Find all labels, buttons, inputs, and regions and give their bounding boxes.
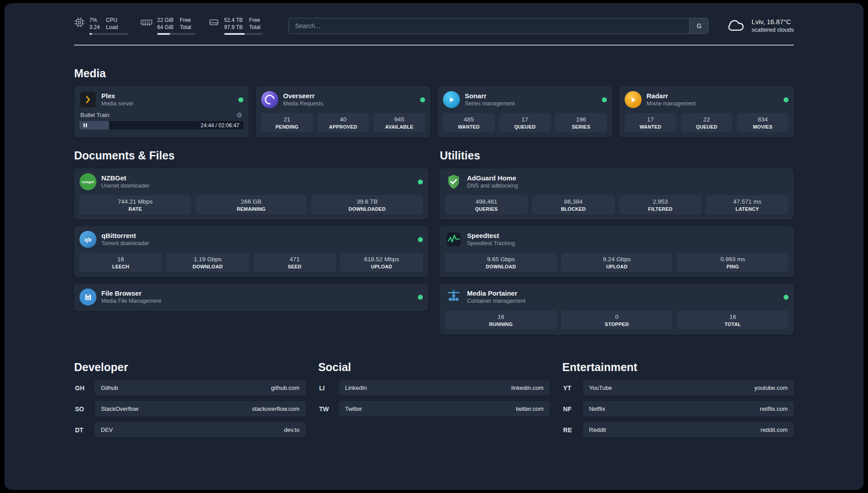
cloud-icon	[726, 17, 746, 34]
utilities-column: Utilities AdGuard Home DNS and adblockin…	[440, 149, 794, 341]
speedtest-card[interactable]: Speedtest Speedtest Tracking 9.65 Gbps D…	[440, 226, 794, 277]
bookmark-row: NF Netflix netflix.com	[562, 401, 794, 417]
radarr-icon	[625, 91, 642, 108]
playback-progress-bar[interactable]: 24:44 / 02:06:47	[79, 121, 243, 130]
app-desc: Media File Management	[101, 298, 161, 305]
bookmark-abbr: TW	[318, 405, 339, 413]
stat-value: 834	[739, 116, 787, 123]
stat-tile: 17 QUEUED	[499, 113, 551, 132]
app-desc: Container management	[467, 298, 526, 305]
bookmark-abbr: RE	[562, 426, 583, 434]
disk-progress-fill	[224, 33, 245, 35]
filebrowser-card[interactable]: File Browser Media File Management	[74, 284, 428, 311]
disk-total-label: Total	[249, 24, 260, 31]
adguard-card[interactable]: AdGuard Home DNS and adblocking 498,461 …	[440, 168, 794, 220]
search-input[interactable]	[289, 18, 689, 33]
stat-value: 9.65 Gbps	[447, 256, 555, 263]
stat-label: REMAINING	[197, 206, 305, 212]
app-name: Speedtest	[467, 232, 515, 240]
bookmark-name: Reddit	[589, 426, 606, 433]
social-section-title: Social	[318, 361, 550, 374]
overseerr-card[interactable]: Overseerr Media Requests 21 PENDING 40 A…	[256, 86, 430, 138]
stat-tile: 21 PENDING	[261, 113, 313, 132]
cpu-stats: 7% 3.24 CPU Load	[89, 17, 128, 35]
memory-ram-icon	[140, 17, 153, 28]
stat-tile: 1.19 Gbps DOWNLOAD	[167, 253, 249, 272]
playback-time: 24:44 / 02:06:47	[200, 122, 239, 129]
bookmark-name: LinkedIn	[345, 384, 367, 391]
stat-tile: 0 STOPPED	[561, 310, 673, 330]
weather-widget[interactable]: Lviv, 16.87°C scattered clouds	[726, 17, 794, 34]
disk-free-value: 52.4 TB	[224, 17, 243, 24]
stat-tile: 17 WANTED	[625, 113, 676, 132]
portainer-card[interactable]: Media Portainer Container management 16 …	[440, 284, 794, 335]
cpu-widget: 7% 3.24 CPU Load	[74, 17, 128, 35]
cpu-progress-fill	[89, 33, 92, 35]
sonarr-card[interactable]: Sonarr Series management 485 WANTED 17 Q…	[438, 86, 612, 138]
stat-value: 16	[81, 256, 160, 263]
memory-total-value: 64 GiB	[157, 24, 174, 31]
bookmark-twitter[interactable]: Twitter twitter.com	[339, 401, 550, 417]
documents-column: Documents & Files nzbget NZBGet Usenet d…	[74, 149, 428, 318]
app-desc: DNS and adblocking	[467, 183, 518, 190]
now-playing-title: Bullet Train	[80, 112, 109, 118]
qbittorrent-card[interactable]: qb qBittorrent Torrent downloader 16 LEE…	[74, 226, 428, 277]
cpu-load-value: 3.24	[89, 24, 100, 31]
radarr-card[interactable]: Radarr Movie management 17 WANTED 22 QUE…	[619, 86, 794, 138]
entertainment-bookmarks: Entertainment YT YouTube youtube.com NF …	[562, 361, 794, 438]
bookmark-netflix[interactable]: Netflix netflix.com	[583, 401, 794, 417]
stat-value: 266 GB	[197, 198, 305, 205]
bookmark-reddit[interactable]: Reddit reddit.com	[583, 422, 794, 438]
stat-tile: 39.6 TB DOWNLOADED	[311, 195, 423, 214]
stat-label: STOPPED	[563, 322, 671, 327]
pause-icon[interactable]	[83, 123, 87, 127]
documents-section-title: Documents & Files	[74, 149, 428, 162]
gear-icon[interactable]: ⚙	[237, 112, 242, 118]
disk-free-label: Free	[249, 17, 260, 24]
plex-card[interactable]: Plex Media server Bullet Train ⚙ 24:44 /…	[74, 86, 249, 138]
stat-tile: 86,384 BLOCKED	[532, 195, 615, 214]
app-desc: Torrent downloader	[101, 240, 149, 247]
app-name: Media Portainer	[467, 289, 526, 297]
bookmark-github[interactable]: Github github.com	[95, 380, 306, 396]
bookmark-abbr: NF	[562, 405, 583, 413]
stat-tile: 2,953 FILTERED	[619, 195, 702, 214]
memory-stats: 22 GiB 64 GiB Free Total	[157, 17, 196, 35]
app-desc: Speedtest Tracking	[467, 240, 515, 247]
memory-free-label: Free	[180, 17, 191, 24]
stat-value: 945	[375, 116, 423, 123]
memory-total-label: Total	[180, 24, 191, 31]
app-name: Plex	[101, 92, 134, 100]
bookmark-youtube[interactable]: YouTube youtube.com	[583, 380, 794, 396]
stat-value: 1.19 Gbps	[168, 256, 247, 263]
qbittorrent-icon: qb	[79, 231, 96, 248]
stat-label: RATE	[81, 206, 189, 212]
stat-tile: 945 AVAILABLE	[373, 113, 425, 132]
stat-value: 47.571 ms	[708, 198, 787, 205]
bookmark-abbr: LI	[318, 384, 339, 392]
stat-tile: 9.65 Gbps DOWNLOAD	[445, 253, 557, 272]
stat-tile: 40 APPROVED	[317, 113, 369, 132]
stat-label: QUEUED	[501, 124, 549, 130]
stat-tile: 16 TOTAL	[677, 310, 789, 330]
stat-label: FILTERED	[621, 206, 700, 212]
app-desc: Media Requests	[283, 100, 323, 108]
nzbget-card[interactable]: nzbget NZBGet Usenet downloader 744.21 M…	[74, 168, 428, 220]
stat-label: BLOCKED	[534, 206, 613, 212]
bookmark-abbr: GH	[74, 384, 95, 392]
bookmark-linkedin[interactable]: LinkedIn linkedin.com	[339, 380, 550, 396]
bookmark-dev[interactable]: DEV dev.to	[95, 422, 306, 438]
sonarr-icon	[443, 91, 460, 108]
speedtest-pulse-icon	[445, 231, 462, 248]
bookmark-row: YT YouTube youtube.com	[562, 380, 794, 396]
cpu-progress-bar	[89, 33, 128, 35]
status-dot	[602, 97, 607, 102]
search-engine-button[interactable]: G	[689, 18, 708, 33]
stat-value: 2,953	[621, 198, 700, 205]
bookmark-stackoverflow[interactable]: StackOverflow stackoverflow.com	[95, 401, 306, 417]
stat-label: TOTAL	[679, 322, 787, 327]
stat-tile: 0.993 ms PING	[677, 253, 789, 272]
qbittorrent-icon-text: qb	[84, 236, 92, 243]
stat-label: QUERIES	[447, 206, 526, 212]
status-dot	[418, 180, 423, 184]
